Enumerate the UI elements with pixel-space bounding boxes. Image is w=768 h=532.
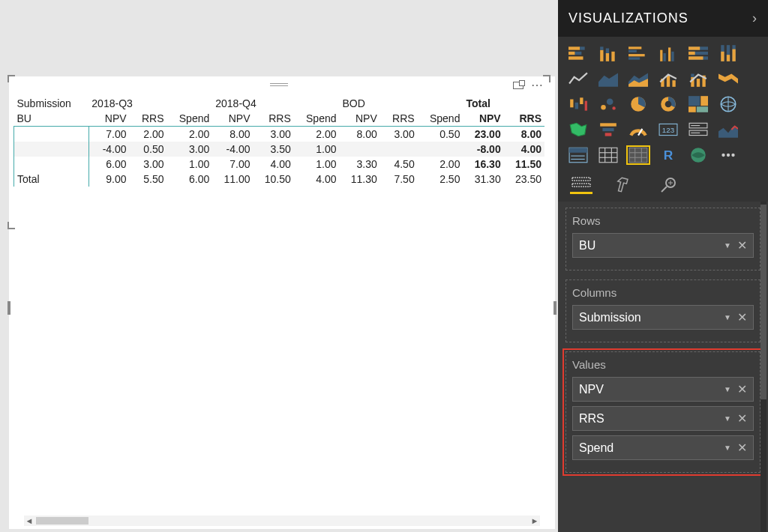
table-row: 6.00 3.00 1.00 7.00 4.00 1.00 3.30 4.50 …	[14, 157, 545, 172]
field-pill-npv[interactable]: NPV ▼✕	[572, 377, 754, 402]
arcgis-map-icon[interactable]	[687, 146, 710, 164]
col-group-1: 2018-Q4	[212, 96, 339, 111]
scatter-chart-icon[interactable]	[597, 95, 620, 113]
scroll-right-icon[interactable]: ►	[530, 516, 540, 525]
remove-icon[interactable]: ✕	[737, 310, 747, 324]
panel-header[interactable]: VISUALIZATIONS ›	[558, 0, 768, 37]
remove-icon[interactable]: ✕	[737, 411, 747, 426]
report-canvas[interactable]: ⋯ Submission 2018-Q3	[0, 0, 558, 532]
remove-icon[interactable]: ✕	[737, 238, 747, 253]
scroll-left-icon[interactable]: ◄	[24, 516, 34, 525]
resize-handle-right[interactable]	[554, 301, 556, 315]
gauge-icon[interactable]	[627, 121, 650, 139]
svg-rect-34	[667, 76, 670, 87]
tab-analytics[interactable]	[657, 176, 680, 194]
table-icon[interactable]	[597, 146, 620, 164]
scroll-thumb[interactable]	[36, 517, 88, 525]
field-pill-spend[interactable]: Spend ▼✕	[572, 435, 754, 460]
svg-point-47	[612, 106, 615, 109]
svg-point-83	[722, 154, 724, 157]
matrix-body: Submission 2018-Q3 2018-Q4 BOD Total BU …	[9, 93, 549, 190]
field-pill-rrs[interactable]: RRS ▼✕	[572, 406, 754, 431]
matrix-icon[interactable]	[627, 146, 650, 164]
remove-icon[interactable]: ✕	[737, 441, 747, 455]
remove-icon[interactable]: ✕	[737, 382, 747, 396]
row-label	[14, 127, 89, 142]
chevron-down-icon[interactable]: ▼	[724, 313, 731, 321]
svg-marker-66	[718, 127, 738, 138]
horizontal-scrollbar[interactable]: ◄ ►	[24, 516, 540, 526]
svg-rect-1	[580, 46, 585, 49]
col-group-total: Total	[463, 96, 544, 111]
drag-grip-icon[interactable]	[270, 81, 288, 88]
field-pill-submission[interactable]: Submission ▼✕	[572, 305, 754, 330]
pill-label: Spend	[579, 441, 614, 455]
svg-point-84	[727, 154, 730, 157]
chevron-down-icon[interactable]: ▼	[724, 385, 731, 393]
m-npv-1: NPV	[212, 111, 253, 127]
svg-rect-86	[572, 178, 590, 181]
field-pill-bu[interactable]: BU ▼✕	[572, 233, 754, 258]
line-clustered-icon[interactable]	[657, 70, 680, 88]
svg-rect-71	[599, 148, 617, 163]
focus-mode-icon[interactable]	[513, 82, 524, 89]
chevron-down-icon[interactable]: ▼	[724, 241, 731, 250]
clustered-bar-icon[interactable]	[627, 44, 650, 62]
table-row: -4.00 0.50 3.00 -4.00 3.50 1.00 -8.00 4.…	[14, 142, 545, 157]
panel-scroll-thumb[interactable]	[760, 205, 766, 399]
resize-handle-left[interactable]	[8, 301, 10, 315]
kpi-icon[interactable]	[717, 121, 740, 139]
stacked-bar-100-icon[interactable]	[687, 44, 710, 62]
svg-rect-8	[606, 49, 609, 54]
panel-scrollbar[interactable]	[760, 202, 766, 532]
values-well[interactable]: Values NPV ▼✕ RRS ▼✕ Spend ▼✕	[566, 351, 760, 473]
svg-rect-13	[628, 57, 640, 59]
area-chart-icon[interactable]	[597, 70, 620, 88]
columns-well[interactable]: Columns Submission ▼✕	[566, 279, 760, 342]
svg-rect-54	[697, 106, 708, 112]
stacked-area-icon[interactable]	[627, 70, 650, 88]
visual-header[interactable]: ⋯	[9, 76, 549, 93]
chevron-down-icon[interactable]: ▼	[724, 444, 731, 452]
donut-chart-icon[interactable]	[657, 95, 680, 113]
spacer	[747, 121, 768, 139]
svg-rect-38	[697, 79, 700, 87]
chevron-right-icon[interactable]: ›	[752, 10, 758, 26]
stacked-column-icon[interactable]	[597, 44, 620, 62]
treemap-icon[interactable]	[687, 95, 710, 113]
svg-rect-9	[611, 52, 614, 61]
matrix-visual[interactable]: ⋯ Submission 2018-Q3	[9, 76, 549, 226]
stacked-column-100-icon[interactable]	[717, 44, 740, 62]
svg-text:123: 123	[662, 126, 674, 134]
r-visual-icon[interactable]: R	[657, 146, 680, 164]
m-npv-0: NPV	[88, 111, 129, 127]
chevron-down-icon[interactable]: ▼	[724, 414, 731, 423]
line-stacked-icon[interactable]	[687, 70, 710, 88]
row-sub-header: BU	[14, 111, 89, 127]
more-visuals-icon[interactable]	[717, 146, 740, 164]
row-field-header: Submission	[14, 96, 89, 111]
tab-fields[interactable]	[570, 176, 592, 194]
resize-handle-bl[interactable]	[8, 222, 15, 229]
pie-chart-icon[interactable]	[627, 95, 650, 113]
values-label: Values	[572, 358, 754, 371]
ribbon-chart-icon[interactable]	[717, 70, 740, 88]
map-icon[interactable]	[717, 95, 740, 113]
funnel-chart-icon[interactable]	[597, 121, 620, 139]
svg-rect-56	[600, 123, 616, 126]
stacked-bar-icon[interactable]	[567, 44, 590, 62]
filled-map-icon[interactable]	[567, 121, 590, 139]
waterfall-icon[interactable]	[567, 95, 590, 113]
svg-point-46	[607, 98, 614, 105]
line-chart-icon[interactable]	[567, 70, 590, 88]
tab-format[interactable]	[614, 176, 636, 194]
svg-rect-15	[664, 53, 666, 61]
clustered-column-icon[interactable]	[657, 44, 680, 62]
card-icon[interactable]: 123	[657, 121, 680, 139]
slicer-icon[interactable]	[567, 146, 590, 164]
more-options-icon[interactable]: ⋯	[531, 78, 543, 92]
rows-well[interactable]: Rows BU ▼✕	[566, 208, 760, 270]
multi-card-icon[interactable]	[687, 121, 710, 139]
m-spend-1: Spend	[294, 111, 340, 127]
svg-marker-30	[598, 73, 618, 86]
